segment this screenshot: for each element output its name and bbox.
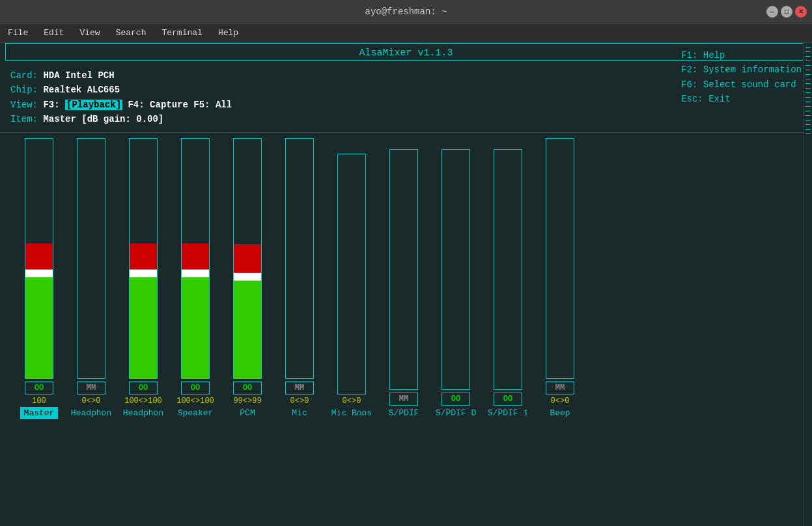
channel-label[interactable]: Master (20, 407, 59, 419)
view-f5: F5: (193, 100, 216, 110)
card-label: Card: (10, 70, 43, 81)
mute-button[interactable]: OO (25, 381, 53, 394)
channel-master[interactable]: OO 100 Master (13, 138, 65, 419)
maximize-button[interactable]: □ (781, 6, 792, 18)
channel-s/pdif-d[interactable]: OO S/PDIF D (430, 149, 482, 419)
help-panel: F1: Help F2: System information F6: Sele… (681, 48, 802, 107)
channel-label[interactable]: PCM (236, 407, 259, 419)
menu-file[interactable]: File (5, 27, 31, 39)
mute-button[interactable]: OO (181, 381, 210, 394)
fader-box[interactable] (25, 138, 53, 379)
fader-box[interactable] (233, 138, 262, 379)
view-f3: F3: (43, 100, 59, 110)
mute-button[interactable]: MM (77, 381, 105, 394)
channel-label[interactable]: S/PDIF (385, 407, 423, 419)
window-controls: – □ ✕ (766, 6, 807, 18)
close-button[interactable]: ✕ (795, 6, 807, 18)
channel-s/pdif-1[interactable]: OO S/PDIF 1 (482, 149, 534, 419)
channel-value: 100<>100 (176, 396, 214, 406)
channel-label[interactable]: Speaker (174, 407, 217, 419)
channel-label[interactable]: Headphon (119, 407, 167, 419)
item-value: Master [dB gain: 0.00] (43, 114, 163, 124)
menu-help[interactable]: Help (216, 27, 241, 39)
view-capture: Capture (150, 100, 188, 110)
channel-value: 0<>0 (343, 396, 361, 406)
fader-box[interactable] (494, 149, 522, 390)
mixer-container: OO 100 Master MM 0<>0 Headphon (0, 139, 812, 419)
menu-view[interactable]: View (77, 27, 102, 39)
titlebar: ayo@freshman: ~ – □ ✕ (0, 0, 812, 23)
channel-value: 99<>99 (233, 396, 261, 406)
menu-search[interactable]: Search (113, 27, 149, 39)
channel-value: 100<>100 (124, 396, 162, 406)
channel-headphon[interactable]: MM 0<>0 Headphon (65, 138, 117, 419)
channel-mic[interactable]: MM 0<>0 Mic (273, 138, 326, 419)
menu-terminal[interactable]: Terminal (159, 27, 204, 39)
channel-label[interactable]: Beep (546, 407, 574, 419)
fader-box[interactable] (129, 138, 158, 379)
view-playback: [Playback] (65, 100, 122, 110)
fader-box[interactable] (389, 149, 418, 390)
channel-pcm[interactable]: OO 99<>99 PCM (221, 138, 273, 419)
right-decoration (803, 43, 812, 526)
item-line: Item: Master [dB gain: 0.00] (10, 112, 802, 126)
channel-mic-boos[interactable]: 0<>0 Mic Boos (326, 154, 378, 419)
fader-box[interactable] (441, 149, 470, 390)
channel-speaker[interactable]: OO 100<>100 Speaker (169, 138, 221, 419)
channel-value: 100 (32, 396, 46, 406)
mute-button[interactable]: MM (389, 393, 418, 406)
channel-value: 0<>0 (551, 396, 570, 406)
mute-button[interactable]: OO (233, 381, 262, 394)
channel-label[interactable]: Headphon (67, 407, 115, 419)
channel-value: 0<>0 (82, 396, 101, 406)
mute-button[interactable]: OO (129, 381, 158, 394)
mute-button[interactable]: MM (285, 381, 314, 394)
menubar: File Edit View Search Terminal Help (0, 23, 812, 43)
fader-box[interactable] (546, 138, 574, 379)
minimize-button[interactable]: – (766, 6, 778, 18)
chip-value: Realtek ALC665 (43, 85, 120, 95)
menu-edit[interactable]: Edit (41, 27, 66, 39)
mute-button[interactable]: OO (441, 393, 470, 406)
channel-label[interactable]: S/PDIF 1 (484, 407, 532, 419)
fader-box[interactable] (337, 154, 366, 394)
terminal-area: AlsaMixer v1.1.3 Card: HDA Intel PCH Chi… (0, 43, 812, 526)
channel-value: 0<>0 (290, 396, 309, 406)
channel-beep[interactable]: MM 0<>0 Beep (534, 138, 586, 419)
card-value: HDA Intel PCH (43, 70, 114, 81)
help-esc: Esc: Exit (681, 92, 802, 106)
fader-box[interactable] (77, 138, 105, 379)
chip-label: Chip: (10, 85, 43, 95)
item-label: Item: (10, 114, 43, 124)
channel-label[interactable]: Mic Boos (328, 407, 376, 419)
mute-button[interactable]: MM (546, 381, 574, 394)
view-label: View: (10, 100, 43, 110)
mute-button[interactable]: OO (494, 393, 522, 406)
titlebar-title: ayo@freshman: ~ (365, 7, 447, 17)
channel-s/pdif[interactable]: MM S/PDIF (378, 149, 430, 419)
channel-label[interactable]: Mic (288, 407, 311, 419)
channel-label[interactable]: S/PDIF D (432, 407, 480, 419)
fader-box[interactable] (181, 138, 210, 379)
fader-box[interactable] (285, 138, 314, 379)
channel-headphon[interactable]: OO 100<>100 Headphon (117, 138, 169, 419)
help-f2: F2: System information (681, 62, 802, 77)
view-f4: F4: (128, 100, 150, 110)
view-all: All (216, 100, 232, 110)
help-f6: F6: Select sound card (681, 77, 802, 92)
help-f1: F1: Help (681, 48, 802, 62)
